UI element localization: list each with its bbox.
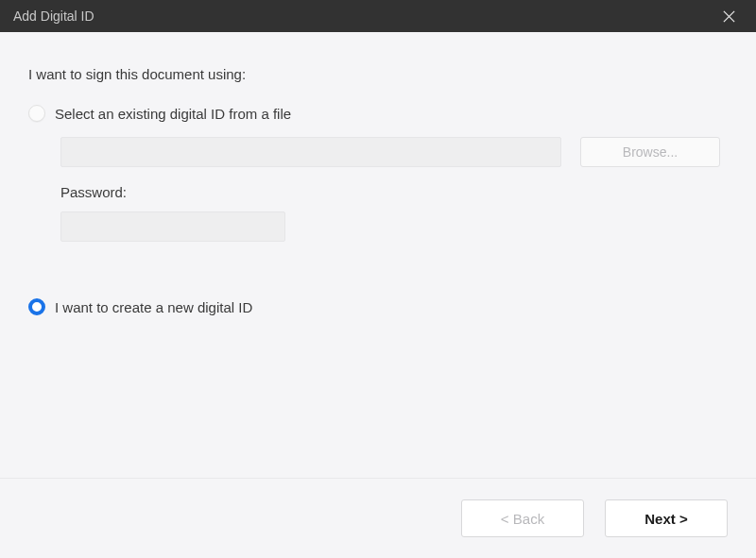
window-title: Add Digital ID xyxy=(13,8,94,24)
browse-button[interactable]: Browse... xyxy=(580,137,720,167)
close-icon xyxy=(722,9,736,24)
password-input[interactable] xyxy=(60,211,285,242)
next-button[interactable]: Next > xyxy=(605,499,728,537)
titlebar: Add Digital ID xyxy=(0,0,756,32)
option-create-new-id-label: I want to create a new digital ID xyxy=(55,299,252,315)
option-create-new-id[interactable]: I want to create a new digital ID xyxy=(28,298,728,315)
file-row: Browse... xyxy=(60,137,728,167)
back-button[interactable]: < Back xyxy=(461,499,584,537)
dialog-footer: < Back Next > xyxy=(0,478,756,558)
password-label: Password: xyxy=(60,184,728,200)
file-path-input[interactable] xyxy=(60,137,561,167)
dialog-content: I want to sign this document using: Sele… xyxy=(0,32,756,478)
radio-unselected-icon[interactable] xyxy=(28,105,45,122)
close-button[interactable] xyxy=(714,2,743,30)
intro-text: I want to sign this document using: xyxy=(28,66,728,82)
radio-selected-icon[interactable] xyxy=(28,298,45,315)
option-existing-id[interactable]: Select an existing digital ID from a fil… xyxy=(28,105,728,122)
option-existing-id-label: Select an existing digital ID from a fil… xyxy=(55,106,291,122)
